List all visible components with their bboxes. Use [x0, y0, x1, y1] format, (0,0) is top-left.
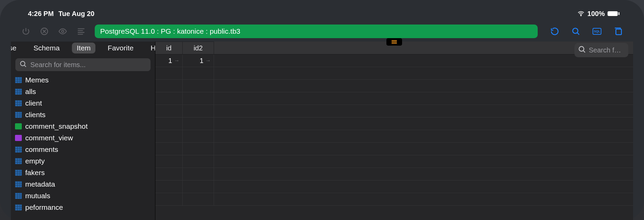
status-bar: 4:26 PM Tue Aug 20 100% — [11, 8, 633, 19]
cell-empty — [155, 67, 183, 79]
chevron-right-icon: → — [174, 58, 180, 64]
power-icon[interactable] — [21, 27, 31, 36]
filters-icon[interactable] — [386, 38, 402, 46]
table-row-empty — [155, 92, 633, 105]
svg-point-6 — [579, 47, 584, 51]
eye-icon[interactable] — [58, 27, 67, 36]
table-icon — [15, 100, 22, 106]
sidebar-tab-favorite[interactable]: Favorite — [103, 43, 138, 53]
table-row-empty — [155, 155, 633, 168]
sidebar-item-label: mutuals — [25, 192, 50, 200]
cell-empty — [183, 117, 214, 130]
table-icon — [15, 204, 22, 210]
table-row-empty — [155, 80, 633, 92]
sidebar-item-list: Memesallsclientclientscomment_snapshotco… — [11, 74, 155, 220]
sidebar-item-alls[interactable]: alls — [15, 86, 155, 97]
wifi-icon — [577, 10, 585, 17]
refresh-icon[interactable] — [550, 27, 559, 36]
table-icon — [15, 112, 22, 118]
sidebar-item-label: comments — [25, 145, 58, 154]
sidebar-item-empty[interactable]: empty — [15, 155, 155, 167]
table-icon — [15, 170, 22, 176]
sidebar-item-label: client — [25, 99, 42, 107]
cell-empty — [183, 67, 214, 79]
table-icon — [15, 193, 22, 199]
column-header-id[interactable]: id — [155, 42, 183, 54]
cell-empty — [155, 193, 183, 205]
table-row-empty — [155, 67, 633, 80]
snapshot-icon — [15, 123, 22, 129]
cell-id[interactable]: 1→ — [155, 54, 183, 67]
sidebar-item-peformance[interactable]: peformance — [15, 202, 155, 213]
cell-empty — [183, 155, 214, 168]
breadcrumb-text: PostgreSQL 11.0 : PG : katonice : public… — [100, 27, 240, 35]
cell-empty — [155, 130, 183, 142]
sidebar-item-label: clients — [25, 111, 46, 119]
cell-id2[interactable]: 1→ — [183, 54, 214, 67]
data-rows: 1→1→ — [155, 54, 633, 220]
table-row-empty — [155, 117, 633, 130]
sidebar-item-comments[interactable]: comments — [15, 144, 155, 155]
column-header-id2[interactable]: id2 — [183, 42, 214, 54]
sidebar-item-comment_snapshot[interactable]: comment_snapshot — [15, 121, 155, 132]
chevron-right-icon: → — [205, 58, 211, 64]
sidebar-tab-se[interactable]: se — [11, 43, 21, 53]
cancel-icon[interactable] — [40, 27, 49, 36]
sidebar-item-label: metadata — [25, 180, 55, 188]
sidebar-item-metadata[interactable]: metadata — [15, 178, 155, 190]
sidebar-item-label: fakers — [25, 169, 45, 177]
sidebar-item-comment_view[interactable]: comment_view — [15, 132, 155, 144]
sidebar-item-client[interactable]: client — [15, 97, 155, 109]
sidebar-item-label: comment_snapshot — [25, 122, 88, 130]
sidebar-item-mutuals[interactable]: mutuals — [15, 190, 155, 202]
panels-icon[interactable] — [613, 27, 623, 36]
breadcrumb[interactable]: PostgreSQL 11.0 : PG : katonice : public… — [95, 25, 538, 38]
sidebar-item-label: peformance — [25, 203, 63, 211]
table-row-empty — [155, 180, 633, 193]
sidebar-item-label: empty — [25, 157, 45, 165]
cell-empty — [183, 180, 214, 193]
table-row-empty — [155, 105, 633, 117]
grid-search[interactable] — [574, 43, 628, 57]
table-icon — [15, 77, 22, 83]
svg-point-0 — [581, 15, 581, 16]
sidebar: seSchemaItemFavoriteH Memesallsclientcli… — [11, 42, 155, 220]
battery-icon — [608, 11, 619, 16]
cell-empty — [183, 80, 214, 92]
sidebar-item-label: comment_view — [25, 134, 73, 142]
table-icon — [15, 146, 22, 153]
cell-empty — [183, 143, 214, 155]
table-row-empty — [155, 168, 633, 180]
table-icon — [15, 158, 22, 164]
cell-empty — [183, 168, 214, 180]
cell-empty — [183, 130, 214, 142]
sidebar-search-input[interactable] — [30, 61, 147, 69]
svg-point-2 — [62, 30, 64, 33]
indent-icon[interactable] — [76, 27, 86, 36]
sidebar-item-clients[interactable]: clients — [15, 109, 155, 121]
cell-empty — [155, 168, 183, 180]
search-icon — [578, 45, 586, 55]
cell-empty — [155, 92, 183, 105]
cell-empty — [155, 155, 183, 168]
sidebar-search[interactable] — [15, 58, 151, 72]
app-toolbar: PostgreSQL 11.0 : PG : katonice : public… — [11, 19, 633, 42]
sidebar-tab-item[interactable]: Item — [72, 43, 95, 53]
cell-empty — [183, 92, 214, 105]
cell-empty — [155, 143, 183, 155]
table-icon — [15, 89, 22, 95]
grid-search-input[interactable] — [589, 46, 625, 54]
sidebar-tab-h[interactable]: H — [146, 43, 155, 53]
status-date: Tue Aug 20 — [59, 10, 95, 18]
cell-empty — [155, 105, 183, 117]
search-icon[interactable] — [571, 27, 581, 36]
table-row[interactable]: 1→1→ — [155, 54, 633, 67]
table-icon — [15, 181, 22, 187]
table-row-empty — [155, 143, 633, 155]
table-row-empty — [155, 130, 633, 143]
cell-empty — [155, 180, 183, 193]
sidebar-tab-schema[interactable]: Schema — [29, 43, 64, 53]
sidebar-item-Memes[interactable]: Memes — [15, 74, 155, 86]
sidebar-item-fakers[interactable]: fakers — [15, 167, 155, 178]
sql-icon[interactable]: SQL — [592, 27, 602, 36]
